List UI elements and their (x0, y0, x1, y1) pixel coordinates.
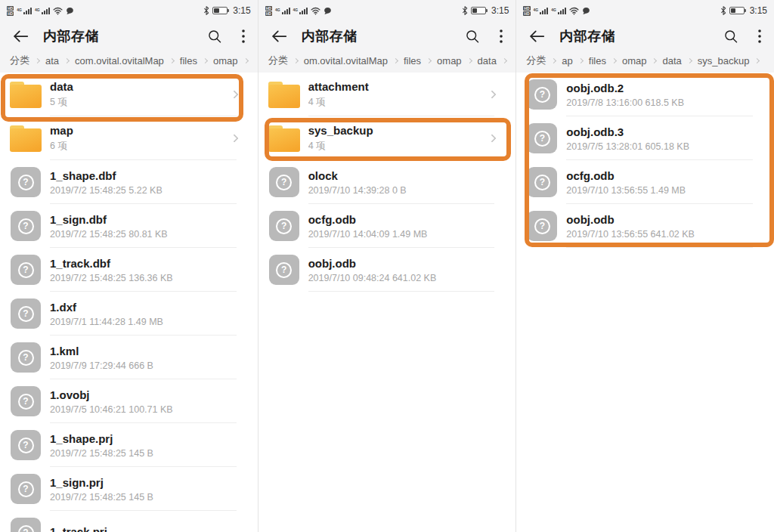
file-name: sys_backup (308, 124, 483, 137)
file-row[interactable]: ?ocfg.odb2019/7/10 14:04:09 1.49 MB (259, 204, 516, 248)
folder-row[interactable]: sys_backup4 项 (259, 116, 516, 160)
app-bar: 内部存储 (516, 21, 774, 51)
status-bar: HD HD 4G 4G (516, 0, 774, 21)
breadcrumb-item[interactable]: files (180, 55, 197, 66)
file-row[interactable]: ?oobj.odb.22019/7/8 13:16:00 618.5 KB (516, 73, 774, 116)
signal-4g-icon: 4G (551, 8, 566, 14)
kebab-menu-icon[interactable] (242, 29, 245, 43)
unknown-file-icon: ? (10, 211, 42, 241)
breadcrumb-separator-icon (293, 57, 299, 63)
file-meta: 2019/7/2 15:48:25 145 B (50, 492, 224, 503)
file-name: 1_shape.prj (50, 432, 224, 445)
breadcrumb-item[interactable]: 分类 (10, 54, 29, 67)
file-text-block: 1_sign.dbf2019/7/2 15:48:25 80.81 KB (50, 213, 258, 240)
question-mark-icon: ? (276, 175, 292, 190)
breadcrumb: 分类atacom.ovital.ovitalMapfilesomap (0, 51, 258, 73)
signal-4g-icon: 4G (35, 8, 50, 14)
breadcrumb-item[interactable]: sys_backup (698, 55, 750, 66)
bluetooth-icon (720, 6, 726, 15)
wifi-icon (569, 7, 579, 15)
unknown-file-icon: ? (11, 430, 41, 460)
file-row[interactable]: ?1_shape.dbf2019/7/2 15:48:25 5.22 KB (0, 160, 258, 204)
breadcrumb-item[interactable]: ap (562, 55, 572, 66)
folder-row[interactable]: attachment4 项 (259, 73, 516, 116)
file-row[interactable]: ?1_shape.prj2019/7/2 15:48:25 145 B (0, 423, 258, 467)
signal-4g-label: 4G (293, 8, 299, 12)
file-text-block: sys_backup4 项 (308, 124, 516, 153)
breadcrumb-item[interactable]: data (478, 55, 497, 66)
back-arrow-icon[interactable] (529, 29, 545, 43)
file-text-block: oobj.odb2019/7/10 13:56:55 641.02 KB (566, 213, 774, 240)
file-text-block: ocfg.odb2019/7/10 14:04:09 1.49 MB (308, 213, 516, 240)
signal-bars-icon (23, 8, 32, 14)
unknown-file-icon: ? (268, 255, 300, 285)
search-icon[interactable] (207, 29, 222, 44)
hd-badge-icon: HD (265, 6, 272, 11)
folder-icon (10, 125, 42, 152)
file-name: oobj.odb (566, 213, 741, 226)
file-text-block: oobj.odb.32019/7/5 13:28:01 605.18 KB (566, 125, 774, 152)
status-icons-left: HD HD 4G 4G (7, 6, 74, 16)
file-meta: 2019/7/10 09:48:24 641.02 KB (308, 273, 483, 283)
unknown-file-icon: ? (10, 430, 42, 460)
file-row[interactable]: ?oobj.odb2019/7/10 09:48:24 641.02 KB (259, 248, 516, 292)
file-text-block: attachment4 项 (308, 80, 516, 109)
file-meta: 2019/7/8 13:16:00 618.5 KB (566, 97, 741, 108)
file-row[interactable]: ?1.ovobj2019/7/5 10:46:21 100.71 KB (0, 379, 258, 423)
file-name: 1_sign.dbf (50, 213, 224, 226)
kebab-menu-icon[interactable] (500, 29, 503, 43)
breadcrumb-item[interactable]: 分类 (526, 54, 546, 67)
unknown-file-icon: ? (11, 298, 41, 329)
folder-row[interactable]: data5 项 (0, 73, 258, 116)
breadcrumb-item[interactable]: omap (437, 55, 462, 66)
signal-bars-icon (299, 8, 308, 14)
breadcrumb-item[interactable]: 分类 (268, 54, 288, 67)
file-row[interactable]: ?1_track.prj (0, 511, 258, 532)
file-list: ?oobj.odb.22019/7/8 13:16:00 618.5 KB?oo… (516, 73, 774, 248)
signal-4g-icon: 4G (534, 8, 549, 14)
file-meta: 2019/7/10 13:56:55 1.49 MB (566, 185, 741, 196)
file-row[interactable]: ?ocfg.odb2019/7/10 13:56:55 1.49 MB (516, 160, 774, 204)
search-icon[interactable] (723, 29, 738, 44)
file-row[interactable]: ?1_sign.prj2019/7/2 15:48:25 145 B (0, 467, 258, 511)
status-icons-right: 3:15 (720, 5, 767, 16)
hd-badges-icon: HD HD (7, 6, 14, 16)
breadcrumb-item[interactable]: data (662, 55, 681, 66)
file-row[interactable]: ?1_track.dbf2019/7/2 15:48:25 136.36 KB (0, 248, 258, 292)
file-row[interactable]: ?1.kml2019/7/9 17:29:44 666 B (0, 336, 258, 379)
file-list: data5 项map6 项?1_shape.dbf2019/7/2 15:48:… (0, 73, 258, 532)
back-arrow-icon[interactable] (271, 29, 287, 43)
folder-row[interactable]: map6 项 (0, 116, 258, 160)
breadcrumb-item[interactable]: files (589, 55, 606, 66)
breadcrumb-item[interactable]: om.ovital.ovitalMap (304, 55, 388, 66)
file-text-block: 1_track.dbf2019/7/2 15:48:25 136.36 KB (50, 257, 258, 283)
file-row[interactable]: ?oobj.odb2019/7/10 13:56:55 641.02 KB (516, 204, 774, 248)
file-name: data (50, 80, 224, 93)
file-meta: 2019/7/5 10:46:21 100.71 KB (50, 404, 224, 415)
unknown-file-icon: ? (10, 342, 42, 373)
back-arrow-icon[interactable] (13, 29, 29, 43)
breadcrumb-item[interactable]: files (404, 55, 421, 66)
breadcrumb-item[interactable]: ata (45, 55, 59, 66)
app-bar: 内部存储 (259, 21, 516, 51)
file-row[interactable]: ?olock2019/7/10 14:39:28 0 B (259, 160, 516, 204)
file-row[interactable]: ?1_sign.dbf2019/7/2 15:48:25 80.81 KB (0, 204, 258, 248)
breadcrumb-item[interactable]: omap (622, 55, 647, 66)
breadcrumb-item[interactable]: com.ovital.ovitalMap (75, 55, 164, 66)
question-mark-icon: ? (18, 394, 34, 410)
question-mark-icon: ? (534, 87, 550, 103)
hd-badge-icon: HD (7, 11, 14, 16)
signal-bars-icon (42, 8, 50, 14)
file-text-block: map6 项 (50, 124, 258, 153)
file-text-block: 1_shape.dbf2019/7/2 15:48:25 5.22 KB (50, 169, 258, 196)
search-icon[interactable] (465, 29, 480, 44)
kebab-menu-icon[interactable] (758, 29, 761, 43)
file-name: oobj.odb.2 (566, 82, 741, 94)
unknown-file-icon: ? (269, 255, 299, 285)
breadcrumb-item[interactable]: omap (213, 55, 238, 66)
breadcrumb-separator-icon (687, 57, 692, 63)
file-row[interactable]: ?1.dxf2019/7/1 11:44:28 1.49 MB (0, 292, 258, 336)
chat-bubble-icon (324, 7, 332, 15)
file-row[interactable]: ?oobj.odb.32019/7/5 13:28:01 605.18 KB (516, 116, 774, 160)
question-mark-icon: ? (534, 218, 550, 234)
